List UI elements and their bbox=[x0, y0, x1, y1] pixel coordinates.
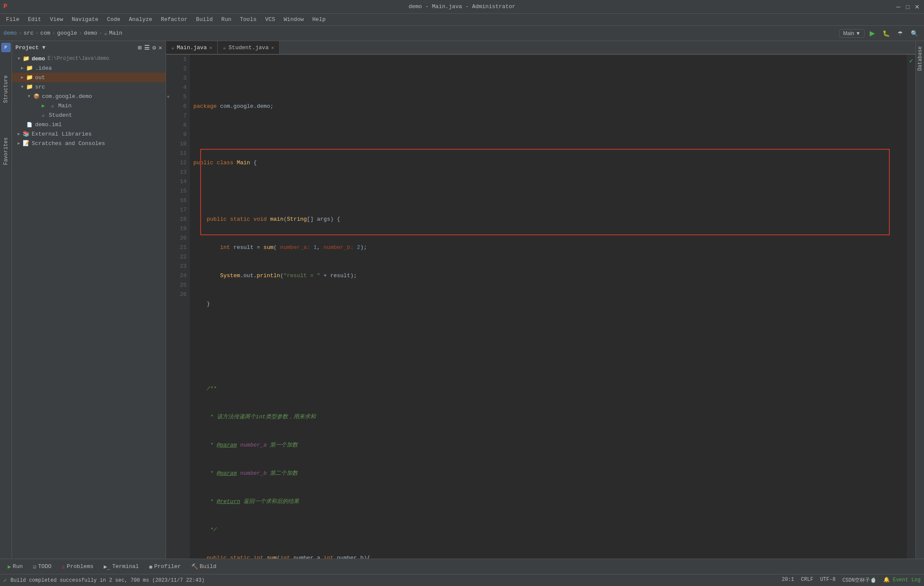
run-button[interactable]: ▶ bbox=[867, 28, 877, 38]
iml-label: demo.iml bbox=[35, 121, 62, 128]
bottom-toolbar: ▶ Run ☑ TODO ⚠ Problems ▶_ Terminal ◉ Pr… bbox=[0, 559, 924, 574]
code-line-6: int result = sum( number_a: 1, number_b:… bbox=[193, 243, 903, 252]
tab-student-java[interactable]: ☕ Student.java ✕ bbox=[218, 41, 279, 54]
bottom-tab-profiler[interactable]: ◉ Profiler bbox=[145, 562, 185, 572]
breadcrumb-com[interactable]: com bbox=[40, 30, 50, 36]
code-line-16: */ bbox=[193, 525, 903, 535]
menu-vcs[interactable]: VCS bbox=[261, 15, 279, 24]
coverage-button[interactable]: ☂ bbox=[895, 29, 906, 38]
minimize-button[interactable]: ─ bbox=[895, 3, 902, 10]
code-editor[interactable]: 1 2 3 ▼ 4 5 ▶ ▼ 6 7 8 ▼ 9 10 11 12 13 bbox=[166, 55, 915, 559]
code-content[interactable]: package com.google.demo; public class Ma… bbox=[190, 55, 907, 559]
database-tab[interactable]: Database bbox=[916, 43, 924, 76]
scratches-arrow: ▶ bbox=[15, 140, 22, 147]
run-config-selector[interactable]: Main ▼ bbox=[839, 29, 865, 38]
tree-item-src[interactable]: ▼ 📁 src bbox=[12, 82, 166, 92]
bottom-tab-todo[interactable]: ☑ TODO bbox=[29, 562, 56, 572]
menu-window[interactable]: Window bbox=[279, 15, 308, 24]
problems-label: Problems bbox=[67, 563, 93, 570]
terminal-icon: ▶_ bbox=[104, 563, 111, 570]
ln-14: 14 bbox=[169, 177, 187, 186]
tree-item-iml[interactable]: 📄 demo.iml bbox=[12, 120, 166, 129]
ln-11: 11 bbox=[169, 149, 187, 158]
ln-21: 21 bbox=[169, 243, 187, 252]
project-icon[interactable]: P bbox=[1, 43, 11, 52]
menu-tools[interactable]: Tools bbox=[236, 15, 261, 24]
tree-item-main[interactable]: ▶ ☕ Main bbox=[12, 101, 166, 110]
breadcrumb-src[interactable]: src bbox=[24, 30, 33, 36]
code-line-5: public static void main(String[] args) { bbox=[193, 215, 903, 224]
menu-help[interactable]: Help bbox=[308, 15, 330, 24]
menu-build[interactable]: Build bbox=[192, 15, 217, 24]
ln-13: 13 bbox=[169, 168, 187, 177]
terminal-label: Terminal bbox=[112, 563, 139, 570]
collapse-all-icon[interactable]: ⊞ bbox=[138, 44, 142, 51]
tree-item-out[interactable]: ▶ 📁 out bbox=[12, 73, 166, 82]
tree-item-package[interactable]: ▼ 📦 com.google.demo bbox=[12, 92, 166, 101]
cursor-position[interactable]: 20:1 bbox=[782, 577, 794, 584]
student-label: Student bbox=[49, 112, 72, 118]
idea-folder-icon: 📁 bbox=[26, 64, 33, 72]
scratches-icon: 📝 bbox=[22, 139, 30, 147]
favorites-vertical[interactable]: Favorites bbox=[2, 134, 10, 170]
menu-edit[interactable]: Edit bbox=[24, 15, 45, 24]
iml-icon: 📄 bbox=[26, 121, 33, 128]
debug-button[interactable]: 🐛 bbox=[880, 29, 892, 38]
ln-1: 1 bbox=[169, 55, 187, 64]
tab-main-java[interactable]: ☕ Main.java ✕ bbox=[166, 41, 218, 54]
tree-item-external-libs[interactable]: ▶ 📚 External Libraries bbox=[12, 129, 166, 139]
todo-label: TODO bbox=[38, 563, 51, 570]
tree-item-student[interactable]: ☕ Student bbox=[12, 110, 166, 120]
menu-navigate[interactable]: Navigate bbox=[68, 15, 103, 24]
no-errors-icon: ✓ bbox=[909, 56, 913, 65]
tree-item-scratches[interactable]: ▶ 📝 Scratches and Consoles bbox=[12, 139, 166, 148]
breadcrumb-main-icon: ☕ bbox=[104, 30, 107, 37]
menu-view[interactable]: View bbox=[45, 15, 67, 24]
tree-item-idea[interactable]: ▶ 📁 .idea bbox=[12, 63, 166, 73]
close-button[interactable]: ✕ bbox=[914, 3, 921, 10]
left-icon-strip: P Structure Favorites bbox=[0, 41, 12, 559]
code-line-1: package com.google.demo; bbox=[193, 102, 903, 111]
tab-main-label: Main.java bbox=[177, 44, 207, 51]
menu-code[interactable]: Code bbox=[103, 15, 124, 24]
breadcrumb-demo2[interactable]: demo bbox=[84, 30, 97, 36]
ln-4: 4 bbox=[169, 83, 187, 92]
expand-icon[interactable]: ☰ bbox=[144, 44, 150, 51]
right-panel: Database bbox=[915, 41, 924, 559]
ln-2: 2 bbox=[169, 64, 187, 74]
close-panel-icon[interactable]: ✕ bbox=[159, 44, 162, 51]
tab-student-close[interactable]: ✕ bbox=[271, 45, 274, 50]
maximize-button[interactable]: □ bbox=[904, 3, 911, 10]
menu-run[interactable]: Run bbox=[217, 15, 235, 24]
breadcrumb-main[interactable]: Main bbox=[109, 30, 122, 36]
line-ending[interactable]: CRLF bbox=[801, 577, 813, 584]
tab-main-close[interactable]: ✕ bbox=[209, 45, 212, 50]
search-everywhere-button[interactable]: 🔍 bbox=[908, 29, 921, 38]
event-log-label: Event Log bbox=[893, 577, 921, 583]
structure-vertical[interactable]: Structure bbox=[2, 72, 10, 108]
ln-19: 19 ▼ bbox=[169, 224, 187, 234]
package-label: com.google.demo bbox=[42, 93, 92, 100]
build-status-text: Build completed successfully in 2 sec, 7… bbox=[10, 577, 204, 583]
settings-icon[interactable]: ⚙ bbox=[152, 44, 156, 51]
bottom-tab-terminal[interactable]: ▶_ Terminal bbox=[100, 562, 143, 571]
breadcrumb-demo[interactable]: demo bbox=[3, 30, 17, 36]
bottom-tab-run[interactable]: ▶ Run bbox=[3, 562, 27, 572]
menu-refactor[interactable]: Refactor bbox=[157, 15, 192, 24]
src-label: src bbox=[35, 84, 45, 90]
app-icon: P bbox=[3, 3, 7, 10]
encoding[interactable]: UTF-8 bbox=[820, 577, 835, 584]
menu-file[interactable]: File bbox=[2, 15, 24, 24]
project-panel: Project ▼ ⊞ ☰ ⚙ ✕ ▼ 📁 demo E:\Project\Ja… bbox=[12, 41, 166, 559]
breadcrumb-google[interactable]: google bbox=[57, 30, 77, 36]
tree-item-demo[interactable]: ▼ 📁 demo E:\Project\Java\demo bbox=[12, 54, 166, 63]
menu-analyze[interactable]: Analyze bbox=[124, 15, 157, 24]
profiler-label: Profiler bbox=[154, 563, 181, 570]
bottom-tab-problems[interactable]: ⚠ Problems bbox=[57, 562, 98, 572]
project-header-label: Project ▼ bbox=[15, 44, 45, 51]
bottom-tab-build[interactable]: 🔨 Build bbox=[187, 562, 221, 572]
scroll-gutter: ✓ bbox=[907, 55, 915, 559]
package-arrow: ▼ bbox=[26, 93, 33, 100]
ln-8: 8 ▼ bbox=[169, 121, 187, 130]
event-log[interactable]: 🔔 Event Log bbox=[883, 577, 921, 584]
